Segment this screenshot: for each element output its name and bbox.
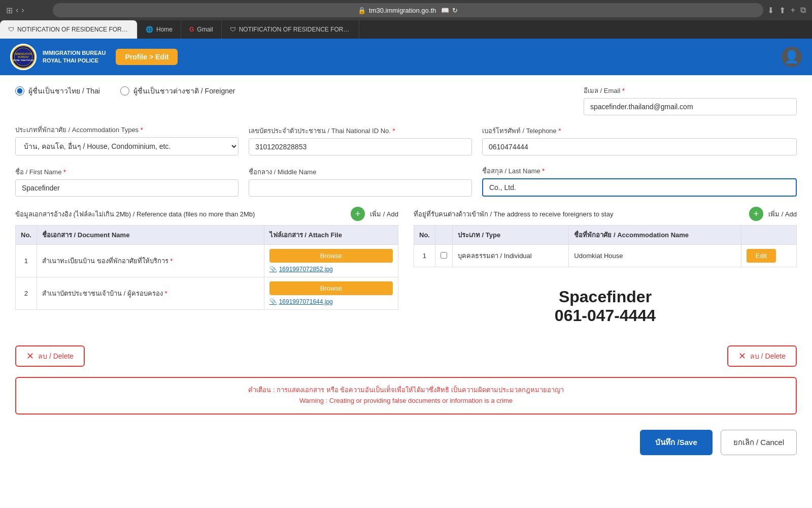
ref-add-row: + เพิ่ม / Add [351, 207, 398, 221]
addr-col-type: ประเภท / Type [452, 226, 568, 245]
radio-thai[interactable] [15, 86, 24, 96]
ref-row2-file: Browse 📎 1691997071644.jpg [264, 277, 398, 310]
thai-id-input[interactable] [249, 138, 472, 155]
browser-actions: ⬇ ⬆ + ⧉ [767, 6, 806, 15]
browser-chrome: ⊞ ‹ › 🔒 tm30.immigration.go.th 📖 ↻ ⬇ ⬆ +… [0, 0, 812, 20]
delete-label-1: ลบ / Delete [38, 351, 74, 362]
sidebar-icon[interactable]: ⧉ [800, 6, 806, 15]
download-icon[interactable]: ⬇ [767, 6, 774, 15]
ref-col-attach: ไฟล์เอกสาร / Attach File [264, 226, 398, 245]
addr-row1-name: Udomkiat House [569, 245, 741, 267]
ref-col-doc-name: ชื่อเอกสาร / Document Name [37, 226, 264, 245]
address-add-row: + เพิ่ม / Add [749, 207, 797, 221]
email-label: อีเมล / Email * [584, 85, 797, 96]
sidebar-toggle-icon[interactable]: ⊞ [6, 6, 13, 15]
email-input[interactable] [584, 98, 797, 115]
edit-button-1[interactable]: Edit [747, 249, 776, 263]
delete-icon-2: ✕ [738, 351, 746, 362]
middle-name-input[interactable] [249, 179, 472, 197]
tab-notification-1[interactable]: 🛡 NOTIFICATION OF RESIDENCE FOR FOREIGNE… [0, 20, 138, 39]
address-bar[interactable]: 🔒 tm30.immigration.go.th 📖 ↻ [53, 3, 763, 17]
attach-link-1[interactable]: 📎 1691997072852.jpg [269, 266, 393, 273]
svg-text:BUREAU: BUREAU [18, 55, 29, 58]
reader-icon: 📖 [441, 7, 449, 14]
ref-documents-section: ข้อมูลเอกสารอ้างอิง (ไฟล์ละไม่เกิน 2Mb) … [15, 207, 398, 335]
telephone-label: เบอร์โทรศัพท์ / Telephone * [482, 125, 797, 136]
accommodation-select[interactable]: บ้าน, คอนโด, อื่นๆ / House, Condominium,… [15, 137, 239, 155]
radio-foreigner[interactable] [120, 86, 129, 96]
forward-button[interactable]: › [21, 6, 24, 15]
addr-row1-check[interactable] [435, 245, 452, 267]
delete-button-2[interactable]: ✕ ลบ / Delete [727, 345, 797, 367]
ref-table: No. ชื่อเอกสาร / Document Name ไฟล์เอกสา… [15, 225, 398, 310]
table-row: 2 สำเนาบัตรประชาชนเจ้าบ้าน / ผู้ครอบครอง… [16, 277, 398, 310]
ref-col-no: No. [16, 226, 37, 245]
ref-section-title: ข้อมูลเอกสารอ้างอิง (ไฟล์ละไม่เกิน 2Mb) … [15, 209, 255, 219]
logo-emblem: IMMIGRATION BUREAU ROYAL THAI POLICE [10, 44, 37, 70]
attach-link-2[interactable]: 📎 1691997071644.jpg [269, 298, 393, 305]
save-button[interactable]: บันทึก /Save [640, 430, 712, 455]
address-add-button[interactable]: + [749, 207, 763, 221]
tab-home[interactable]: 🌐 Home [138, 20, 181, 39]
signature-phone: 061-047-4444 [424, 306, 787, 325]
email-required: * [622, 87, 625, 94]
telephone-input[interactable] [482, 138, 797, 155]
addr-col-action [741, 226, 796, 245]
ref-row1-file: Browse 📎 1691997072852.jpg [264, 245, 398, 277]
addr-checkbox-1[interactable] [441, 252, 447, 259]
thai-id-group: เลขบัตรประจำตัวประชาชน / Thai National I… [249, 125, 472, 155]
last-name-input[interactable] [482, 178, 797, 197]
footer-buttons: บันทึก /Save ยกเลิก / Cancel [15, 425, 797, 460]
tab-icon-1: 🛡 [8, 26, 14, 33]
last-name-group: ชื่อสกุล / Last Name * [482, 166, 797, 197]
table-row: 1 บุคคลธรรมดา / Individual Udomkiat Hous… [414, 245, 797, 267]
ref-row2-no: 2 [16, 277, 37, 310]
cancel-button[interactable]: ยกเลิก / Cancel [721, 430, 797, 455]
refresh-icon[interactable]: ↻ [452, 7, 458, 14]
avatar[interactable]: 👤 [782, 47, 802, 67]
radio-foreigner-label[interactable]: ผู้ชื่นเป็นชาวต่างชาติ / Foreigner [120, 85, 235, 97]
attach-icon-1: 📎 [269, 266, 277, 273]
browse-btn-1[interactable]: Browse [269, 249, 393, 263]
address-section-header: ที่อยู่ที่รับคนต่างด้าวเข้าพัก / The add… [414, 207, 797, 221]
back-button[interactable]: ‹ [16, 6, 18, 15]
first-name-label: ชื่อ / First Name * [15, 167, 239, 177]
delete-row: ✕ ลบ / Delete ✕ ลบ / Delete [15, 345, 797, 377]
logo-text: IMMIGRATION BUREAU ROYAL THAI POLICE [43, 49, 106, 65]
tab-icon-home: 🌐 [146, 26, 153, 33]
accommodation-row: ประเภทที่พักอาศัย / Accommodation Types … [15, 124, 797, 155]
name-row: ชื่อ / First Name * ชื่อกลาง / Middle Na… [15, 166, 797, 197]
tab-label-2: NOTIFICATION OF RESIDENCE FOR FOREIGNERS [239, 26, 351, 33]
delete-button-1[interactable]: ✕ ลบ / Delete [15, 345, 85, 367]
new-tab-icon[interactable]: + [791, 6, 795, 15]
first-name-group: ชื่อ / First Name * [15, 167, 239, 197]
user-icon: 👤 [784, 50, 799, 64]
ref-row1-doc: สำเนาทะเบียนบ้าน ของที่พักอาศัยที่ให้บริ… [37, 245, 264, 277]
delete-icon-1: ✕ [26, 351, 34, 362]
first-name-input[interactable] [15, 179, 239, 197]
tables-section: ข้อมูลเอกสารอ้างอิง (ไฟล์ละไม่เกิน 2Mb) … [15, 207, 797, 335]
warning-line1: คำเตือน : การแสดงเอกสาร หรือ ข้อความอันเ… [26, 385, 786, 396]
ref-add-label: เพิ่ม / Add [370, 209, 398, 219]
tab-icon-gmail: G [189, 26, 194, 33]
accommodation-label: ประเภทที่พักอาศัย / Accommodation Types … [15, 124, 239, 135]
tab-notification-2[interactable]: 🛡 NOTIFICATION OF RESIDENCE FOR FOREIGNE… [222, 20, 359, 39]
profile-edit-button[interactable]: Profile > Edit [116, 49, 178, 65]
tab-gmail[interactable]: G Gmail [181, 20, 222, 39]
address-table: No. ประเภท / Type ชื่อที่พักอาศัย / Acco… [414, 225, 797, 267]
ref-add-button[interactable]: + [351, 207, 365, 221]
delete-label-2: ลบ / Delete [750, 351, 786, 362]
address-section-title: ที่อยู่ที่รับคนต่างด้าวเข้าพัก / The add… [414, 209, 613, 219]
browse-btn-2[interactable]: Browse [269, 281, 393, 295]
radio-row: ผู้ชื่นเป็นชาวไทย / Thai ผู้ชื่นเป็นชาวต… [15, 85, 235, 97]
share-icon[interactable]: ⬆ [779, 6, 786, 15]
signature-area: Spacefinder 061-047-4444 [414, 267, 797, 335]
attach-icon-2: 📎 [269, 298, 277, 305]
tab-label-home: Home [156, 26, 173, 33]
radio-thai-label[interactable]: ผู้ชื่นเป็นชาวไทย / Thai [15, 85, 100, 97]
middle-name-label: ชื่อกลาง / Middle Name [249, 167, 472, 177]
addr-col-check [435, 226, 452, 245]
tab-icon-2: 🛡 [230, 26, 236, 33]
ref-section-header: ข้อมูลเอกสารอ้างอิง (ไฟล์ละไม่เกิน 2Mb) … [15, 207, 398, 221]
main-content: ผู้ชื่นเป็นชาวไทย / Thai ผู้ชื่นเป็นชาวต… [0, 75, 812, 508]
